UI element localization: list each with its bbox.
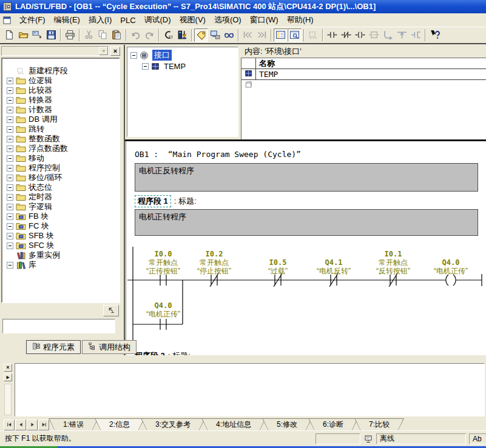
menu-item[interactable]: PLC xyxy=(116,15,140,26)
tree-item[interactable]: 转换器 xyxy=(2,95,119,105)
next-tab-button[interactable] xyxy=(27,420,38,430)
output-tab[interactable]: 1:错误 xyxy=(49,418,98,430)
menu-item[interactable]: 编辑(E) xyxy=(50,13,84,27)
tree-item[interactable]: 整数函数 xyxy=(2,134,119,144)
tree-item[interactable]: 计数器 xyxy=(2,105,119,115)
call-structure-button[interactable] xyxy=(161,28,175,42)
ladder-element-label[interactable]: I0.2 常开触点 “停止按钮” xyxy=(181,250,248,275)
previous-error-button[interactable] xyxy=(241,28,255,42)
undo-button[interactable] xyxy=(129,28,143,42)
expand-icon[interactable] xyxy=(7,233,13,239)
menu-item[interactable]: 窗口(W) xyxy=(246,13,283,27)
expand-output-button[interactable]: ▸ xyxy=(4,373,12,381)
open-branch-button[interactable] xyxy=(381,28,395,42)
close-output-button[interactable]: × xyxy=(4,364,12,372)
expand-icon[interactable] xyxy=(7,87,13,94)
paste-button[interactable] xyxy=(110,28,124,42)
tree-item[interactable]: SFB 块 xyxy=(2,231,119,241)
tree-item[interactable]: 浮点数函数 xyxy=(2,144,119,153)
tree-item[interactable]: 字逻辑 xyxy=(2,202,119,212)
expand-icon[interactable] xyxy=(7,126,13,133)
interface-root-label[interactable]: 接口 xyxy=(152,50,172,61)
ladder-element-label[interactable]: I0.1 常开触点 “反转按钮” xyxy=(360,250,427,275)
expand-icon[interactable] xyxy=(7,97,13,104)
expand-icon[interactable] xyxy=(7,78,13,84)
menu-item[interactable]: 插入(I) xyxy=(84,13,116,27)
block-comment-box[interactable]: 电机正反转程序 xyxy=(135,163,478,192)
interface-root-row[interactable]: 接口 xyxy=(127,50,238,61)
tree-item[interactable]: FC 块 xyxy=(2,221,119,231)
expand-icon[interactable] xyxy=(7,213,13,220)
output-tab[interactable]: 2:信息 xyxy=(95,418,144,430)
tree-item[interactable]: DB 调用 xyxy=(2,115,119,124)
expand-icon[interactable] xyxy=(7,107,13,113)
save-button[interactable] xyxy=(44,28,58,42)
next-network-header[interactable]: 程序段 2 : 标题: xyxy=(135,350,191,355)
expand-icon[interactable] xyxy=(7,116,13,123)
dock-panel-button[interactable] xyxy=(103,305,119,316)
network-comment-box[interactable]: 电机正转程序 xyxy=(135,209,478,236)
insert-nc-contact-button[interactable] xyxy=(339,28,353,42)
last-tab-button[interactable] xyxy=(38,420,49,430)
tree-item[interactable]: 比较器 xyxy=(2,85,119,95)
close-branch-button[interactable] xyxy=(395,28,409,42)
insert-coil-button[interactable] xyxy=(353,28,367,42)
interface-temp-row[interactable]: TEMP xyxy=(127,61,238,72)
tree-item[interactable]: 移动 xyxy=(2,153,119,163)
symbolic-representation-button[interactable] xyxy=(194,28,208,42)
tree-item[interactable]: FB 块 xyxy=(2,212,119,221)
open-online-button[interactable] xyxy=(30,28,44,42)
previous-tab-button[interactable] xyxy=(15,420,26,430)
network-label[interactable]: 程序段 1 xyxy=(135,195,171,207)
chevron-down-icon[interactable] xyxy=(99,47,108,55)
expand-icon[interactable] xyxy=(7,136,13,142)
expand-icon[interactable] xyxy=(7,155,13,162)
monitor-toggle-button[interactable] xyxy=(222,28,236,42)
expand-icon[interactable] xyxy=(7,242,13,249)
print-button[interactable] xyxy=(63,28,77,42)
tree-item[interactable]: 跳转 xyxy=(2,124,119,134)
tree-item[interactable]: 多重实例 xyxy=(2,250,119,260)
insert-empty-box-button[interactable] xyxy=(367,28,381,42)
copy-button[interactable] xyxy=(96,28,110,42)
expand-icon[interactable] xyxy=(7,175,13,181)
collapse-icon[interactable] xyxy=(130,52,137,59)
program-elements-combo[interactable] xyxy=(1,46,109,56)
menu-item[interactable]: 选项(O) xyxy=(210,13,246,27)
next-error-button[interactable] xyxy=(255,28,269,42)
declaration-name[interactable]: TEMP xyxy=(256,70,278,79)
overview-toggle-button[interactable] xyxy=(274,28,288,42)
tree-item[interactable]: 库 xyxy=(2,260,119,270)
expand-icon[interactable] xyxy=(7,262,13,269)
output-scrollbar[interactable] xyxy=(4,384,12,415)
ladder-branch-label[interactable]: Q4.0 “电机正传” xyxy=(130,301,197,318)
ladder-coil-label[interactable]: Q4.0 “电机正传” xyxy=(417,258,484,275)
vertical-splitter[interactable] xyxy=(124,45,125,355)
expand-icon[interactable] xyxy=(142,63,149,70)
expand-icon[interactable] xyxy=(7,204,13,210)
tree-item[interactable]: 位逻辑 xyxy=(2,76,119,85)
program-status-button[interactable] xyxy=(208,28,222,42)
tree-item[interactable]: 程序控制 xyxy=(2,163,119,173)
menu-item[interactable]: 帮助(H) xyxy=(283,13,318,27)
output-tab[interactable]: 6:诊断 xyxy=(308,418,358,430)
output-tab[interactable]: 4:地址信息 xyxy=(201,418,266,430)
expand-icon[interactable] xyxy=(7,184,13,191)
open-button[interactable] xyxy=(16,28,30,42)
new-button[interactable] xyxy=(2,28,16,42)
insert-row[interactable] xyxy=(241,80,486,91)
insert-connector-button[interactable] xyxy=(409,28,423,42)
table-row[interactable]: TEMP xyxy=(241,69,486,80)
output-tab[interactable]: 7:比较 xyxy=(354,418,404,430)
output-content[interactable] xyxy=(15,363,485,416)
detail-view-toggle-button[interactable] xyxy=(288,28,302,42)
tree-item[interactable]: SFC 块 xyxy=(2,241,119,250)
tree-item[interactable]: 新建程序段 xyxy=(2,66,119,76)
expand-icon[interactable] xyxy=(7,145,13,152)
ladder-element-label[interactable]: Q4.1 “电机反转” xyxy=(300,258,367,275)
tree-item[interactable]: 移位/循环 xyxy=(2,173,119,182)
expand-icon[interactable] xyxy=(7,165,13,172)
insert-no-contact-button[interactable] xyxy=(325,28,339,42)
cut-button[interactable] xyxy=(82,28,96,42)
menu-item[interactable]: 文件(F) xyxy=(15,13,50,27)
